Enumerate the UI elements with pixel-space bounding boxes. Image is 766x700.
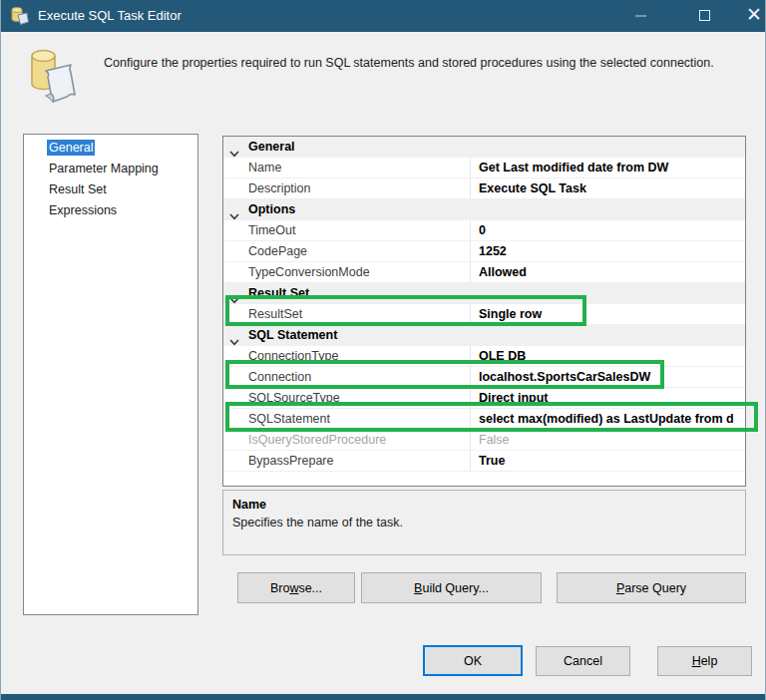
category-row-sql-statement[interactable]: SQL Statement (223, 325, 745, 346)
maximize-icon (699, 10, 710, 21)
cancel-button[interactable]: Cancel (536, 646, 630, 676)
close-icon: ✕ (746, 4, 762, 25)
property-value: localhost.SportsCarSalesDW (470, 367, 746, 387)
property-row-connectiontype[interactable]: ConnectionTypeOLE DB (223, 346, 745, 367)
window-title: Execute SQL Task Editor (38, 0, 182, 32)
property-label: BypassPrepare (248, 451, 333, 471)
property-value: True (470, 451, 746, 471)
category-label: General (248, 137, 295, 158)
property-row-connection[interactable]: Connectionlocalhost.SportsCarSalesDW (223, 367, 745, 388)
nav-item-result-set[interactable]: Result Set (24, 179, 197, 200)
nav-item-parameter-mapping[interactable]: Parameter Mapping (24, 159, 197, 179)
property-value: Allowed (470, 262, 746, 282)
ok-button[interactable]: OK (423, 645, 523, 676)
property-value: Execute SQL Task (470, 178, 746, 198)
category-label: Options (248, 199, 295, 220)
property-value: 1252 (470, 241, 746, 261)
category-row-result-set[interactable]: Result Set (223, 283, 745, 304)
close-button[interactable]: ✕ (739, 0, 766, 32)
sql-task-header-icon (29, 47, 77, 109)
property-label: Description (248, 178, 311, 198)
property-description-title: Name (232, 498, 736, 512)
property-label: Name (248, 158, 281, 177)
property-value: Single row (470, 304, 746, 324)
category-row-options[interactable]: Options (223, 199, 745, 220)
minimize-icon (635, 15, 646, 17)
property-row-sqlstatement[interactable]: SQLStatementselect max(modified) as Last… (223, 409, 745, 430)
minimize-button[interactable] (625, 0, 655, 32)
property-value: OLE DB (470, 346, 746, 366)
property-label: SQLSourceType (248, 388, 340, 408)
category-label: Result Set (248, 283, 309, 304)
property-row-bypassprepare[interactable]: BypassPrepareTrue (223, 451, 745, 472)
property-row-codepage[interactable]: CodePage1252 (223, 241, 745, 262)
property-label: ConnectionType (248, 346, 338, 366)
category-row-general[interactable]: General (223, 137, 745, 158)
nav-item-label: Expressions (47, 202, 119, 218)
property-row-description[interactable]: DescriptionExecute SQL Task (223, 178, 745, 199)
property-label: SQLStatement (248, 409, 330, 429)
property-row-resultset[interactable]: ResultSetSingle row (223, 304, 745, 325)
maximize-button[interactable] (689, 0, 719, 32)
property-label: TypeConversionMode (248, 262, 370, 282)
property-row-name[interactable]: NameGet Last modified date from DW (223, 158, 745, 178)
browse-button[interactable]: Browse... (237, 572, 355, 603)
sql-task-app-icon (10, 6, 30, 26)
property-value: False (470, 430, 746, 450)
nav-item-general[interactable]: General (24, 138, 197, 159)
property-row-typeconversionmode[interactable]: TypeConversionModeAllowed (223, 262, 745, 283)
property-label: Connection (248, 367, 311, 387)
property-value: Direct input (470, 388, 746, 408)
build-query-button[interactable]: Build Query... (361, 572, 542, 603)
property-value: select max(modified) as LastUpdate from … (470, 409, 746, 429)
pages-list: GeneralParameter MappingResult SetExpres… (23, 134, 198, 615)
property-row-timeout[interactable]: TimeOut0 (223, 220, 745, 241)
nav-item-label: General (47, 140, 95, 156)
nav-item-label: Parameter Mapping (47, 161, 161, 176)
property-row-sqlsourcetype[interactable]: SQLSourceTypeDirect input (223, 388, 745, 409)
property-grid: GeneralNameGet Last modified date from D… (222, 136, 746, 487)
property-label: IsQueryStoredProcedure (248, 430, 386, 450)
property-label: ResultSet (248, 304, 302, 324)
property-description-text: Specifies the name of the task. (232, 516, 736, 529)
property-row-isquerystoredprocedure[interactable]: IsQueryStoredProcedureFalse (223, 430, 745, 451)
help-button[interactable]: Help (657, 646, 752, 676)
titlebar: Execute SQL Task Editor ✕ (1, 0, 766, 32)
property-description-panel: Name Specifies the name of the task. (222, 490, 746, 555)
window-bottom-edge (1, 694, 766, 700)
nav-item-label: Result Set (47, 181, 109, 197)
property-value: Get Last modified date from DW (470, 158, 746, 177)
execute-sql-task-editor-dialog: Execute SQL Task Editor ✕ Configure the … (0, 0, 766, 700)
property-value: 0 (470, 220, 746, 240)
dialog-description: Configure the properties required to run… (104, 56, 762, 70)
property-label: TimeOut (248, 220, 295, 240)
parse-query-button[interactable]: Parse Query (557, 572, 746, 603)
nav-item-expressions[interactable]: Expressions (24, 200, 197, 221)
property-label: CodePage (248, 241, 307, 261)
category-label: SQL Statement (248, 325, 337, 346)
